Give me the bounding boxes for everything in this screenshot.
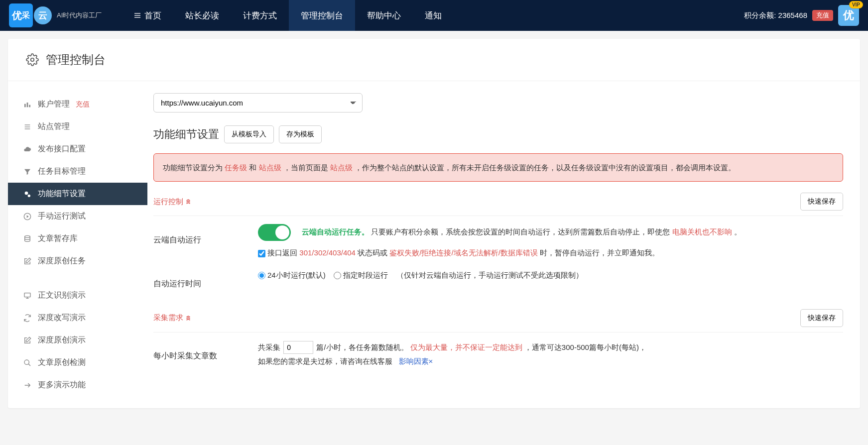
group-toggle[interactable]: 运行控制	[153, 197, 191, 207]
nav-billing[interactable]: 计费方式	[231, 0, 289, 31]
radio-label: 指定时段运行	[343, 271, 388, 279]
svg-point-11	[28, 194, 30, 197]
gear-icon	[26, 53, 39, 66]
sidebar-label: 深度原创任务	[38, 256, 86, 266]
auto-run-toggle[interactable]	[258, 224, 291, 241]
nav-items: 首页 站长必读 计费方式 管理控制台 帮助中心 通知	[122, 0, 454, 31]
nav-label: 管理控制台	[301, 10, 343, 21]
radio-24h-input[interactable]	[258, 272, 265, 279]
chart-icon	[23, 101, 32, 109]
logo-yun-icon: 云	[34, 6, 52, 24]
sidebar-item-account[interactable]: 账户管理 充值	[8, 93, 147, 115]
sidebar-item-rewrite-demo[interactable]: 深度改写演示	[8, 307, 147, 329]
sidebar-item-deep-original[interactable]: 深度原创任务	[8, 250, 147, 272]
svg-rect-4	[24, 104, 26, 107]
nav-label: 站长必读	[185, 10, 219, 21]
section-header: 功能细节设置 从模板导入 存为模板	[153, 125, 843, 143]
sidebar-item-site[interactable]: 站点管理	[8, 115, 147, 138]
user-badge[interactable]: 优 VIP	[838, 5, 859, 26]
sidebar-label: 深度原创演示	[38, 335, 86, 345]
sidebar-item-storage[interactable]: 文章暂存库	[8, 227, 147, 250]
setting-collect-count: 每小时采集文章数 共采集 篇/小时，各任务篇数随机。 仅为最大量，并不保证一定能…	[153, 333, 843, 370]
svg-point-10	[25, 191, 28, 195]
setting-run-time: 自动运行时间 24小时运行(默认) 指定时段运行 （仅针对云端自动运行，手动运行…	[153, 260, 843, 298]
main-panel: 管理控制台 账户管理 充值 站点管理 发布接口配置 任务目标管理	[8, 39, 860, 408]
sidebar-item-publish[interactable]: 发布接口配置	[8, 138, 147, 160]
sidebar-item-settings[interactable]: 功能细节设置	[8, 183, 147, 205]
chk-text: 接口返回	[267, 248, 299, 257]
group-header: 采集需求 快速保存	[153, 309, 843, 333]
group-toggle[interactable]: 采集需求	[153, 313, 191, 323]
gears-icon	[23, 190, 32, 198]
group-title-text: 运行控制	[153, 197, 183, 207]
sidebar-label: 文章原创检测	[38, 357, 86, 368]
sidebar-label: 更多演示功能	[38, 380, 86, 390]
logo[interactable]: 优采 云 AI时代内容工厂	[9, 3, 102, 27]
import-template-button[interactable]: 从模板导入	[224, 125, 274, 143]
group-title-text: 采集需求	[153, 313, 183, 323]
collect-text: 篇/小时，各任务篇数随机。	[316, 343, 410, 351]
group-header: 运行控制 快速保存	[153, 193, 843, 216]
auto-run-desc: 只要账户有积分余额，系统会按您设置的时间自动运行，达到所需篇数后自动停止，即使您	[371, 227, 672, 236]
logo-icon: 优采	[9, 3, 33, 27]
sidebar-label: 手动运行测试	[38, 211, 86, 222]
recharge-button[interactable]: 充值	[812, 10, 833, 21]
nav-notify[interactable]: 通知	[413, 0, 454, 31]
site-select[interactable]: https://www.ucaiyun.com	[153, 93, 363, 112]
group-collect: 采集需求 快速保存 每小时采集文章数 共采集 篇/小时，各任务篇数随机。 仅为最…	[153, 309, 843, 370]
recharge-badge: 充值	[76, 100, 90, 109]
chevron-down-icon	[185, 199, 191, 205]
monitor-icon	[23, 292, 32, 300]
list-icon	[23, 123, 32, 131]
alert-text: 功能细节设置分为	[163, 163, 225, 172]
nav-console[interactable]: 管理控制台	[289, 0, 355, 31]
setting-body: 24小时运行(默认) 指定时段运行 （仅针对云端自动运行，手动运行测试不受此选项…	[258, 268, 843, 283]
panel-body: 账户管理 充值 站点管理 发布接口配置 任务目标管理 功能细节设置 手动运	[8, 81, 860, 408]
sidebar-item-more[interactable]: 更多演示功能	[8, 374, 147, 396]
svg-point-14	[25, 235, 30, 237]
sidebar-item-manual[interactable]: 手动运行测试	[8, 205, 147, 227]
svg-rect-6	[29, 105, 30, 107]
radio-period-input[interactable]	[334, 272, 341, 279]
page-title: 管理控制台	[46, 52, 106, 68]
save-template-button[interactable]: 存为模板	[279, 125, 322, 143]
nav-label: 首页	[144, 10, 161, 21]
setting-body: 共采集 篇/小时，各任务篇数随机。 仅为最大量，并不保证一定能达到 ，通常可达3…	[258, 340, 843, 369]
radio-period[interactable]: 指定时段运行	[334, 271, 388, 279]
time-note: （仅针对云端自动运行，手动运行测试不受此选项限制）	[396, 271, 583, 279]
nav-mustread[interactable]: 站长必读	[173, 0, 231, 31]
setting-label: 自动运行时间	[153, 268, 258, 298]
radio-24h[interactable]: 24小时运行(默认)	[258, 271, 326, 279]
nav-help[interactable]: 帮助中心	[355, 0, 413, 31]
quick-save-button[interactable]: 快速保存	[800, 309, 843, 327]
sidebar-item-detect[interactable]: 文章原创检测	[8, 351, 147, 374]
sidebar-item-original-demo[interactable]: 深度原创演示	[8, 329, 147, 351]
nav-label: 计费方式	[243, 10, 277, 21]
collect-count-input[interactable]	[283, 341, 313, 354]
sidebar-item-task-target[interactable]: 任务目标管理	[8, 160, 147, 183]
points-balance: 积分余额: 2365468	[744, 11, 807, 20]
sidebar: 账户管理 充值 站点管理 发布接口配置 任务目标管理 功能细节设置 手动运	[8, 81, 147, 408]
svg-line-19	[28, 364, 30, 366]
alert-level2: 站点级	[259, 163, 281, 172]
chk-text: 时，暂停自动运行，并立即通知我。	[540, 248, 659, 257]
chk-codes: 301/302/403/404	[299, 248, 356, 257]
sidebar-item-text-demo[interactable]: 正文识别演示	[8, 284, 147, 307]
sidebar-label: 文章暂存库	[38, 233, 78, 244]
setting-label: 云端自动运行	[153, 224, 258, 254]
collect-warning: 仅为最大量，并不保证一定能达到	[410, 343, 522, 351]
share-icon	[23, 381, 32, 389]
svg-point-18	[24, 360, 29, 364]
logo-tagline: AI时代内容工厂	[57, 11, 102, 20]
setting-label: 每小时采集文章数	[153, 340, 258, 370]
points-value: 2365468	[778, 11, 807, 19]
factors-link[interactable]: 影响因素×	[399, 357, 433, 365]
sidebar-label: 功能细节设置	[38, 189, 86, 199]
chk-text: 状态码或	[358, 248, 389, 257]
top-nav: 优采 云 AI时代内容工厂 首页 站长必读 计费方式 管理控制台 帮助中心 通知…	[0, 0, 868, 31]
auto-run-title: 云端自动运行任务。	[302, 227, 369, 236]
chevron-down-icon	[185, 315, 191, 321]
nav-home[interactable]: 首页	[122, 0, 173, 31]
pause-on-error-checkbox[interactable]	[258, 250, 265, 257]
quick-save-button[interactable]: 快速保存	[800, 193, 843, 211]
